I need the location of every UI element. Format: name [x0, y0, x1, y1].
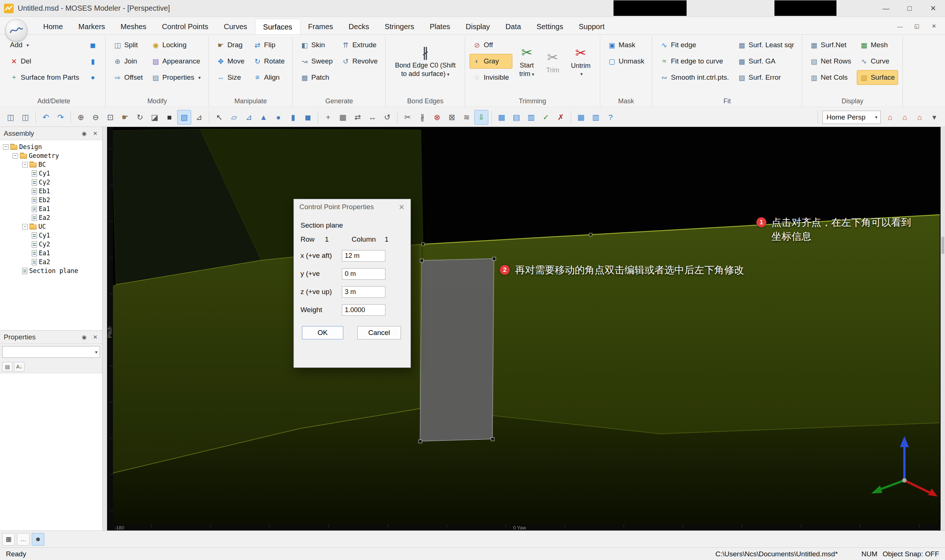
undo-button[interactable]: ↶	[39, 110, 53, 125]
ribbon-button-surf-least-sqr[interactable]: ▦Surf. Least sqr	[735, 38, 798, 52]
weight-input[interactable]	[342, 305, 385, 316]
ribbon-button-surface-from-parts[interactable]: +Surface from Parts	[7, 70, 82, 85]
dialog-close-icon[interactable]: ✕	[396, 201, 407, 213]
ribbon-button-drag[interactable]: ☛Drag	[213, 38, 248, 52]
ribbon-button-sweep[interactable]: ↝Sweep	[297, 54, 336, 69]
expander-icon[interactable]: −	[12, 153, 18, 158]
view-selector-combo[interactable]: Home Persp ▾	[822, 111, 881, 124]
tab-curves[interactable]: Curves	[216, 19, 255, 34]
panel-splitter[interactable]	[103, 127, 107, 531]
tab-control-points[interactable]: Control Points	[154, 19, 216, 34]
expander-icon[interactable]: −	[3, 144, 8, 150]
ribbon-button-extrude[interactable]: ⇈Extrude	[338, 38, 381, 52]
minimize-button[interactable]: —	[874, 0, 898, 17]
app-logo-button[interactable]	[5, 19, 27, 41]
expander-icon[interactable]: −	[22, 224, 28, 229]
select-arrow-button[interactable]: ↖	[212, 110, 226, 125]
project-to-surface-button[interactable]: ⇩	[474, 110, 489, 125]
panel-grid-button[interactable]: ▦	[2, 533, 15, 546]
ribbon-button-patch[interactable]: ▦Patch	[297, 70, 336, 85]
ribbon-button-start-trim[interactable]: ✂Starttrim▾	[515, 37, 539, 85]
delete-part-button[interactable]: ⊗	[430, 110, 444, 125]
snap-grid-button[interactable]: ▦	[336, 110, 350, 125]
save-all-button[interactable]: ◫	[18, 110, 32, 125]
scale-button[interactable]: ↔	[365, 110, 379, 125]
y-input[interactable]	[342, 268, 385, 280]
ribbon-button-mask[interactable]: ▣Mask	[605, 38, 648, 52]
tree-item-ea2-8[interactable]: Ea2	[0, 213, 102, 222]
display-settings-button[interactable]: ▧	[177, 110, 191, 125]
merge-parts-button[interactable]: ⊠	[445, 110, 459, 125]
close-icon[interactable]: ✕	[91, 334, 99, 340]
ribbon-button-appearance[interactable]: ▨Appearance	[148, 54, 204, 69]
offset-copy-button[interactable]: ≋	[459, 110, 473, 125]
tree-item-eb2-6[interactable]: Eb2	[0, 195, 102, 205]
ribbon-button-split[interactable]: ◫Split	[110, 38, 146, 52]
more-options-button[interactable]: …	[17, 533, 29, 546]
section-plane-quad[interactable]	[420, 258, 494, 441]
set-home-view-button[interactable]: ⌂	[898, 110, 912, 125]
ribbon-button-smooth-int-ctrl-pts[interactable]: ∾Smooth int.ctrl.pts.	[657, 70, 732, 85]
ribbon-button-surf-net[interactable]: ▦Surf.Net	[806, 38, 854, 52]
view-menu-button[interactable]: ▾	[927, 110, 941, 125]
expander-icon[interactable]: −	[22, 162, 28, 168]
ribbon-button-unmask[interactable]: ▢Unmask	[605, 54, 648, 69]
ribbon-button-surf-error[interactable]: ▨Surf. Error	[735, 70, 798, 85]
ribbon-button-net-rows[interactable]: ▤Net Rows	[806, 54, 854, 69]
tree-item-ea1-7[interactable]: Ea1	[0, 205, 102, 213]
table-view-button[interactable]: ▦	[574, 110, 588, 125]
plane-surface-button[interactable]: ▱	[227, 110, 241, 125]
cancel-button[interactable]: Cancel	[357, 326, 401, 339]
tree-item-cy1-3[interactable]: Cy1	[0, 169, 102, 178]
maximize-button[interactable]: □	[898, 0, 921, 17]
ribbon-button-untrim[interactable]: ✂Untrim▾	[566, 37, 595, 85]
pin-icon[interactable]: ◉	[80, 334, 88, 340]
ribbon-minimize-button[interactable]: —	[893, 20, 907, 32]
ribbon-button-shape-square[interactable]: ◼	[85, 38, 101, 52]
measure-button[interactable]: ⊿	[192, 110, 206, 125]
ribbon-button-bond-edge-c0[interactable]: ∦Bond Edge C0 (Shiftto add surface)▾	[390, 37, 460, 85]
ribbon-button-gray[interactable]: ◐Gray	[470, 54, 512, 69]
box-surface-button[interactable]: ◼	[301, 110, 315, 125]
redo-button[interactable]: ↷	[54, 110, 68, 125]
ribbon-restore-button[interactable]: ◱	[910, 20, 924, 32]
solid-view-button[interactable]: ■	[162, 110, 176, 125]
ribbon-button-surface[interactable]: ▧Surface	[857, 70, 898, 85]
mirror-button[interactable]: ⇄	[351, 110, 365, 125]
triangle-surface-button[interactable]: ⊿	[242, 110, 256, 125]
ribbon-button-off[interactable]: ⊘Off	[470, 38, 512, 52]
dialog-titlebar[interactable]: Control Point Properties ✕	[294, 199, 410, 215]
ribbon-button-shape-bar[interactable]: ▮	[85, 54, 101, 69]
ribbon-button-fit-edge-to-curve[interactable]: ≈Fit edge to curve	[657, 54, 732, 69]
ribbon-button-join[interactable]: ⊕Join	[110, 54, 146, 69]
tab-meshes[interactable]: Meshes	[113, 19, 154, 34]
tree-item-ea1-12[interactable]: Ea1	[0, 249, 102, 257]
properties-selector-combo[interactable]: ▾	[2, 346, 100, 358]
home-view-button[interactable]: ⌂	[883, 110, 897, 125]
zoom-out-button[interactable]: ⊖	[89, 110, 103, 125]
categorized-view-button[interactable]: ▤	[2, 362, 12, 371]
check-surface-button[interactable]: ✓	[539, 110, 553, 125]
snap-point-button[interactable]: +	[321, 110, 335, 125]
ribbon-button-curve[interactable]: ∿Curve	[857, 54, 898, 69]
viewport-scrollbar[interactable]	[940, 127, 945, 531]
tree-item-design-0[interactable]: −Design	[0, 142, 102, 151]
tab-frames[interactable]: Frames	[301, 19, 341, 34]
tree-item-ea2-13[interactable]: Ea2	[0, 257, 102, 266]
ribbon-button-skin[interactable]: ◧Skin	[297, 38, 336, 52]
ok-button[interactable]: OK	[302, 326, 343, 339]
3d-viewport[interactable]: Pitch -180 0 Yaw 1 点击对齐点，在左下角可以看到 坐标信息 2…	[107, 127, 940, 531]
tab-surfaces[interactable]: Surfaces	[255, 19, 301, 34]
save-button[interactable]: ◫	[4, 110, 18, 125]
tree-item-bc-2[interactable]: −BC	[0, 160, 102, 169]
tab-plates[interactable]: Plates	[422, 19, 458, 34]
zoom-window-button[interactable]: ⊡	[103, 110, 117, 125]
properties-grid[interactable]	[0, 373, 102, 531]
ribbon-button-flip[interactable]: ⇄Flip	[250, 38, 288, 52]
net-display-button[interactable]: ▦	[495, 110, 509, 125]
tab-support[interactable]: Support	[571, 19, 612, 34]
ribbon-button-size[interactable]: ↔Size	[213, 70, 248, 85]
ribbon-button-align[interactable]: ≡Align	[250, 70, 288, 85]
tab-display[interactable]: Display	[458, 19, 498, 34]
ribbon-button-invisible[interactable]: ◌Invisible	[470, 70, 512, 85]
